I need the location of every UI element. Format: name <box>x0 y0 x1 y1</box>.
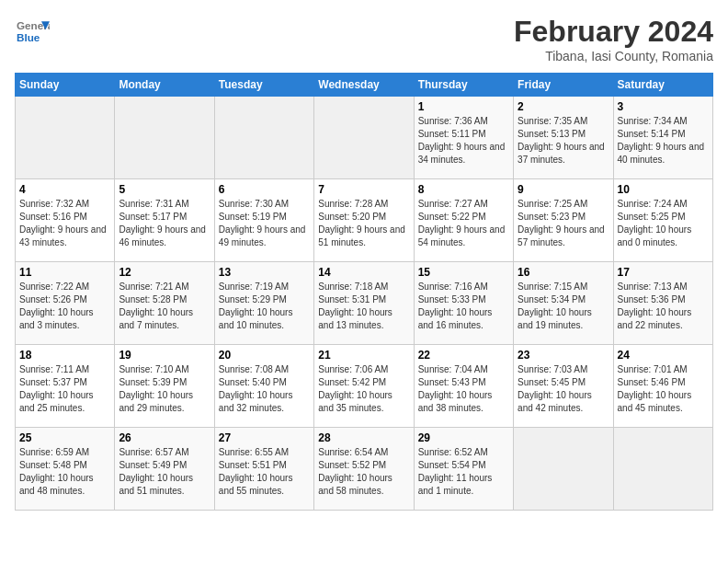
day-info: Sunrise: 7:27 AM Sunset: 5:22 PM Dayligh… <box>418 198 509 249</box>
day-number: 29 <box>418 431 509 444</box>
col-sunday: Sunday <box>16 74 115 97</box>
calendar-cell: 1Sunrise: 7:36 AM Sunset: 5:11 PM Daylig… <box>414 97 513 179</box>
day-info: Sunrise: 7:10 AM Sunset: 5:39 PM Dayligh… <box>119 363 210 415</box>
day-number: 1 <box>418 100 509 113</box>
day-info: Sunrise: 7:34 AM Sunset: 5:14 PM Dayligh… <box>618 115 709 167</box>
day-info: Sunrise: 7:32 AM Sunset: 5:16 PM Dayligh… <box>19 198 110 249</box>
day-number: 4 <box>19 183 110 196</box>
calendar-cell: 8Sunrise: 7:27 AM Sunset: 5:22 PM Daylig… <box>414 179 513 262</box>
calendar-week-row: 25Sunrise: 6:59 AM Sunset: 5:48 PM Dayli… <box>16 428 713 511</box>
day-info: Sunrise: 6:52 AM Sunset: 5:54 PM Dayligh… <box>418 446 509 498</box>
day-info: Sunrise: 7:21 AM Sunset: 5:28 PM Dayligh… <box>119 281 210 332</box>
day-number: 17 <box>618 266 709 279</box>
day-info: Sunrise: 7:01 AM Sunset: 5:46 PM Dayligh… <box>618 363 709 415</box>
calendar-cell: 20Sunrise: 7:08 AM Sunset: 5:40 PM Dayli… <box>214 345 313 428</box>
day-number: 15 <box>418 266 509 279</box>
calendar-cell: 25Sunrise: 6:59 AM Sunset: 5:48 PM Dayli… <box>16 428 115 511</box>
header-row: Sunday Monday Tuesday Wednesday Thursday… <box>16 74 713 97</box>
day-number: 9 <box>518 183 609 196</box>
calendar-cell: 16Sunrise: 7:15 AM Sunset: 5:34 PM Dayli… <box>514 262 613 345</box>
day-info: Sunrise: 6:59 AM Sunset: 5:48 PM Dayligh… <box>19 446 110 498</box>
calendar-cell: 24Sunrise: 7:01 AM Sunset: 5:46 PM Dayli… <box>613 345 712 428</box>
day-number: 8 <box>418 183 509 196</box>
col-friday: Friday <box>514 74 613 97</box>
calendar-cell: 5Sunrise: 7:31 AM Sunset: 5:17 PM Daylig… <box>115 179 214 262</box>
day-info: Sunrise: 7:19 AM Sunset: 5:29 PM Dayligh… <box>219 281 310 332</box>
day-number: 16 <box>518 266 609 279</box>
calendar-cell: 3Sunrise: 7:34 AM Sunset: 5:14 PM Daylig… <box>613 97 712 179</box>
day-number: 10 <box>618 183 709 196</box>
day-number: 7 <box>318 183 409 196</box>
day-number: 6 <box>219 183 310 196</box>
day-number: 25 <box>19 431 110 444</box>
calendar-cell <box>613 428 712 511</box>
calendar-subtitle: Tibana, Iasi County, Romania <box>514 49 713 63</box>
day-info: Sunrise: 6:54 AM Sunset: 5:52 PM Dayligh… <box>318 446 409 498</box>
day-info: Sunrise: 6:57 AM Sunset: 5:49 PM Dayligh… <box>119 446 210 498</box>
day-info: Sunrise: 7:30 AM Sunset: 5:19 PM Dayligh… <box>219 198 310 249</box>
day-number: 20 <box>219 349 310 362</box>
day-number: 28 <box>318 431 409 444</box>
day-number: 26 <box>119 431 210 444</box>
day-number: 2 <box>518 100 609 113</box>
calendar-cell: 14Sunrise: 7:18 AM Sunset: 5:31 PM Dayli… <box>314 262 414 345</box>
calendar-cell: 15Sunrise: 7:16 AM Sunset: 5:33 PM Dayli… <box>414 262 513 345</box>
calendar-week-row: 18Sunrise: 7:11 AM Sunset: 5:37 PM Dayli… <box>16 345 713 428</box>
logo: General Blue <box>15 15 50 52</box>
day-info: Sunrise: 7:03 AM Sunset: 5:45 PM Dayligh… <box>518 363 609 415</box>
calendar-cell: 21Sunrise: 7:06 AM Sunset: 5:42 PM Dayli… <box>314 345 414 428</box>
col-wednesday: Wednesday <box>314 74 414 97</box>
day-number: 19 <box>119 349 210 362</box>
day-info: Sunrise: 7:18 AM Sunset: 5:31 PM Dayligh… <box>318 281 409 332</box>
day-info: Sunrise: 7:15 AM Sunset: 5:34 PM Dayligh… <box>518 281 609 332</box>
calendar-cell: 9Sunrise: 7:25 AM Sunset: 5:23 PM Daylig… <box>514 179 613 262</box>
calendar-week-row: 1Sunrise: 7:36 AM Sunset: 5:11 PM Daylig… <box>16 97 713 179</box>
calendar-cell: 18Sunrise: 7:11 AM Sunset: 5:37 PM Dayli… <box>16 345 115 428</box>
day-info: Sunrise: 7:11 AM Sunset: 5:37 PM Dayligh… <box>19 363 110 415</box>
day-number: 23 <box>518 349 609 362</box>
day-number: 14 <box>318 266 409 279</box>
calendar-cell: 17Sunrise: 7:13 AM Sunset: 5:36 PM Dayli… <box>613 262 712 345</box>
calendar-cell: 29Sunrise: 6:52 AM Sunset: 5:54 PM Dayli… <box>414 428 513 511</box>
calendar-week-row: 11Sunrise: 7:22 AM Sunset: 5:26 PM Dayli… <box>16 262 713 345</box>
calendar-cell: 26Sunrise: 6:57 AM Sunset: 5:49 PM Dayli… <box>115 428 214 511</box>
day-info: Sunrise: 7:13 AM Sunset: 5:36 PM Dayligh… <box>618 281 709 332</box>
day-info: Sunrise: 7:04 AM Sunset: 5:43 PM Dayligh… <box>418 363 509 415</box>
day-number: 3 <box>618 100 709 113</box>
calendar-cell: 13Sunrise: 7:19 AM Sunset: 5:29 PM Dayli… <box>214 262 313 345</box>
calendar-cell: 11Sunrise: 7:22 AM Sunset: 5:26 PM Dayli… <box>16 262 115 345</box>
day-number: 12 <box>119 266 210 279</box>
calendar-cell: 12Sunrise: 7:21 AM Sunset: 5:28 PM Dayli… <box>115 262 214 345</box>
calendar-cell <box>314 97 414 179</box>
calendar-cell: 22Sunrise: 7:04 AM Sunset: 5:43 PM Dayli… <box>414 345 513 428</box>
calendar-table: Sunday Monday Tuesday Wednesday Thursday… <box>15 73 713 511</box>
day-number: 24 <box>618 349 709 362</box>
day-info: Sunrise: 7:35 AM Sunset: 5:13 PM Dayligh… <box>518 115 609 167</box>
day-info: Sunrise: 7:24 AM Sunset: 5:25 PM Dayligh… <box>618 198 709 249</box>
day-info: Sunrise: 6:55 AM Sunset: 5:51 PM Dayligh… <box>219 446 310 498</box>
day-info: Sunrise: 7:25 AM Sunset: 5:23 PM Dayligh… <box>518 198 609 249</box>
day-info: Sunrise: 7:31 AM Sunset: 5:17 PM Dayligh… <box>119 198 210 249</box>
calendar-cell: 19Sunrise: 7:10 AM Sunset: 5:39 PM Dayli… <box>115 345 214 428</box>
day-number: 21 <box>318 349 409 362</box>
col-thursday: Thursday <box>414 74 513 97</box>
day-info: Sunrise: 7:08 AM Sunset: 5:40 PM Dayligh… <box>219 363 310 415</box>
col-tuesday: Tuesday <box>214 74 313 97</box>
calendar-cell: 7Sunrise: 7:28 AM Sunset: 5:20 PM Daylig… <box>314 179 414 262</box>
header: General Blue February 2024 Tibana, Iasi … <box>15 15 713 63</box>
day-number: 5 <box>119 183 210 196</box>
day-info: Sunrise: 7:22 AM Sunset: 5:26 PM Dayligh… <box>19 281 110 332</box>
title-area: February 2024 Tibana, Iasi County, Roman… <box>514 15 713 63</box>
svg-text:Blue: Blue <box>17 31 40 43</box>
calendar-cell <box>115 97 214 179</box>
calendar-title: February 2024 <box>514 15 713 49</box>
calendar-cell: 28Sunrise: 6:54 AM Sunset: 5:52 PM Dayli… <box>314 428 414 511</box>
day-number: 22 <box>418 349 509 362</box>
calendar-cell: 23Sunrise: 7:03 AM Sunset: 5:45 PM Dayli… <box>514 345 613 428</box>
logo-icon: General Blue <box>17 15 50 48</box>
calendar-cell: 2Sunrise: 7:35 AM Sunset: 5:13 PM Daylig… <box>514 97 613 179</box>
calendar-cell: 6Sunrise: 7:30 AM Sunset: 5:19 PM Daylig… <box>214 179 313 262</box>
calendar-cell <box>214 97 313 179</box>
calendar-cell <box>514 428 613 511</box>
calendar-cell <box>16 97 115 179</box>
